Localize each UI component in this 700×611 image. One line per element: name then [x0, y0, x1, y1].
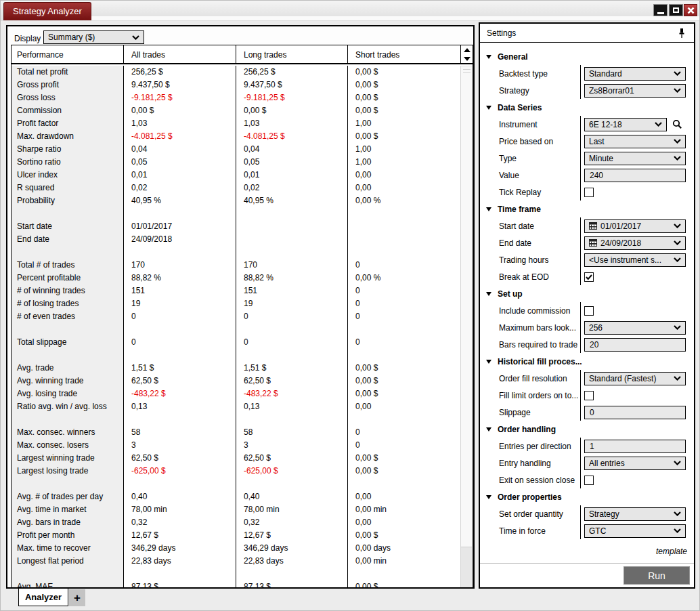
- metric-value-long: 62,50 $: [236, 375, 347, 387]
- metric-value-long: 0,04: [236, 143, 347, 156]
- metric-value-long: 0,32: [236, 516, 347, 529]
- metric-value-all: 0,02: [123, 182, 236, 194]
- setting-control-cell: Last: [580, 133, 690, 150]
- backtest-type-select[interactable]: Standard: [584, 67, 686, 81]
- strategy-select[interactable]: Zs8Borrar01: [584, 84, 686, 98]
- end-date-select[interactable]: 24/09/2018: [584, 236, 686, 250]
- table-row: Sortino ratio0,050,051,00: [12, 156, 473, 169]
- metric-label: End date: [12, 233, 123, 246]
- start-date-select[interactable]: 01/01/2017: [584, 219, 686, 233]
- metric-label: Profit factor: [12, 117, 123, 130]
- order-fill-resolution-select[interactable]: Standard (Fastest): [584, 372, 686, 385]
- scrollbar-thumb[interactable]: [461, 66, 472, 547]
- column-header-short-trades[interactable]: Short trades: [347, 45, 460, 63]
- settings-section-data-series[interactable]: Data Series: [480, 99, 694, 116]
- table-row: Ratio avg. win / avg. loss0,130,130,00: [12, 400, 473, 413]
- selected-value: Standard (Fastest): [589, 374, 670, 383]
- pin-icon[interactable]: [678, 28, 686, 39]
- metric-label: [12, 246, 123, 259]
- table-row: Largest winning trade62,50 $62,50 $0,00 …: [12, 452, 473, 465]
- selected-value: Zs8Borrar01: [589, 86, 670, 96]
- instrument-select[interactable]: 6E 12-18: [584, 118, 667, 131]
- metric-value-all: -9.181,25 $: [123, 91, 236, 104]
- template-link[interactable]: template: [656, 547, 687, 556]
- type-select[interactable]: Minute: [584, 152, 686, 165]
- metric-value-all: [123, 246, 236, 259]
- metric-value-all: 62,50 $: [123, 452, 236, 465]
- column-header-all-trades[interactable]: All trades: [123, 45, 236, 63]
- value-input[interactable]: 240: [584, 169, 686, 182]
- metric-value-long: -483,22 $: [236, 387, 347, 400]
- settings-item-order-fill-resolution: Order fill resolutionStandard (Fastest): [480, 370, 694, 387]
- table-row: Ulcer index0,010,010,00: [12, 169, 473, 182]
- settings-item-time-in-force: Time in forceGTC: [480, 522, 694, 539]
- price-based-on-select[interactable]: Last: [584, 135, 686, 148]
- metric-value-short: [347, 246, 473, 259]
- set-order-quantity-select[interactable]: Strategy: [584, 507, 686, 521]
- settings-section-set-up[interactable]: Set up: [480, 285, 694, 302]
- metric-value-short: [347, 478, 473, 490]
- bars-required-to-trade-input[interactable]: 20: [584, 338, 686, 352]
- setting-control-cell: [580, 302, 690, 319]
- scroll-down-button[interactable]: [462, 56, 472, 62]
- close-button[interactable]: [684, 4, 697, 16]
- scroll-up-button[interactable]: [462, 47, 472, 54]
- entry-handling-select[interactable]: All entries: [584, 457, 686, 470]
- column-header-long-trades[interactable]: Long trades: [236, 45, 347, 63]
- settings-section-historical-fill-proces[interactable]: Historical fill proces...: [480, 353, 694, 370]
- break-at-eod-checkbox[interactable]: [584, 272, 594, 282]
- settings-item-fill-limit-orders-on-to: Fill limit orders on to...: [480, 387, 694, 404]
- metric-value-long: 0: [236, 336, 347, 349]
- setting-control-cell: 20: [580, 336, 690, 353]
- section-label: Data Series: [498, 103, 542, 112]
- display-label: Display: [14, 34, 41, 43]
- table-row: [12, 323, 473, 336]
- metric-value-short: 0,00 $: [347, 104, 473, 117]
- metric-value-long: 0,00 $: [236, 104, 347, 117]
- metric-value-long: [236, 233, 347, 246]
- collapse-triangle-icon: [486, 495, 491, 499]
- table-row: # of losing trades19190: [12, 297, 473, 310]
- minimize-button[interactable]: [653, 4, 668, 16]
- add-tab-button[interactable]: +: [69, 589, 85, 606]
- table-row: Total slippage000: [12, 336, 473, 349]
- settings-section-time-frame[interactable]: Time frame: [480, 201, 694, 217]
- table-scrollbar[interactable]: [460, 66, 472, 587]
- metric-value-all: 12,67 $: [123, 529, 236, 542]
- time-in-force-select[interactable]: GTC: [584, 524, 686, 538]
- setting-label: Tick Replay: [480, 188, 580, 197]
- metric-label: [12, 413, 123, 426]
- slippage-input[interactable]: 0: [584, 406, 686, 419]
- metric-label: Total slippage: [12, 336, 123, 349]
- tick-replay-checkbox[interactable]: [584, 188, 594, 197]
- include-commission-checkbox[interactable]: [584, 306, 594, 316]
- exit-on-session-close-checkbox[interactable]: [584, 476, 594, 485]
- window-title: Strategy Analyzer: [13, 6, 82, 16]
- section-label: Order handling: [498, 425, 556, 434]
- entries-per-direction-input[interactable]: 1: [584, 440, 686, 453]
- metric-value-short: 0,00 $: [347, 91, 473, 104]
- table-row: Max. consec. winners58580: [12, 426, 473, 439]
- table-scroll-buttons: [460, 45, 473, 63]
- window-title-tab[interactable]: Strategy Analyzer: [3, 2, 91, 20]
- metric-value-all: 0,01: [123, 169, 236, 182]
- maximum-bars-look-select[interactable]: 256: [584, 321, 686, 335]
- maximize-button[interactable]: [669, 4, 683, 16]
- setting-label: Order fill resolution: [480, 374, 580, 383]
- trading-hours-select[interactable]: <Use instrument s...: [584, 253, 686, 267]
- settings-section-order-handling[interactable]: Order handling: [480, 421, 694, 438]
- metric-value-long: 346,29 days: [236, 542, 347, 555]
- metric-value-all: -483,22 $: [123, 387, 236, 400]
- metric-value-long: 0,13: [236, 400, 347, 413]
- display-select[interactable]: Summary ($): [43, 30, 144, 44]
- settings-section-general[interactable]: General: [480, 48, 694, 65]
- run-button[interactable]: Run: [624, 566, 690, 585]
- tab-analyzer[interactable]: Analyzer: [18, 589, 68, 606]
- metric-value-long: [236, 568, 347, 581]
- setting-control-cell: [580, 268, 690, 285]
- column-header-performance[interactable]: Performance: [12, 45, 123, 63]
- settings-section-order-properties[interactable]: Order properties: [480, 488, 694, 505]
- fill-limit-orders-on-to-checkbox[interactable]: [584, 391, 594, 400]
- setting-label: End date: [480, 238, 580, 248]
- search-icon[interactable]: [672, 119, 682, 129]
